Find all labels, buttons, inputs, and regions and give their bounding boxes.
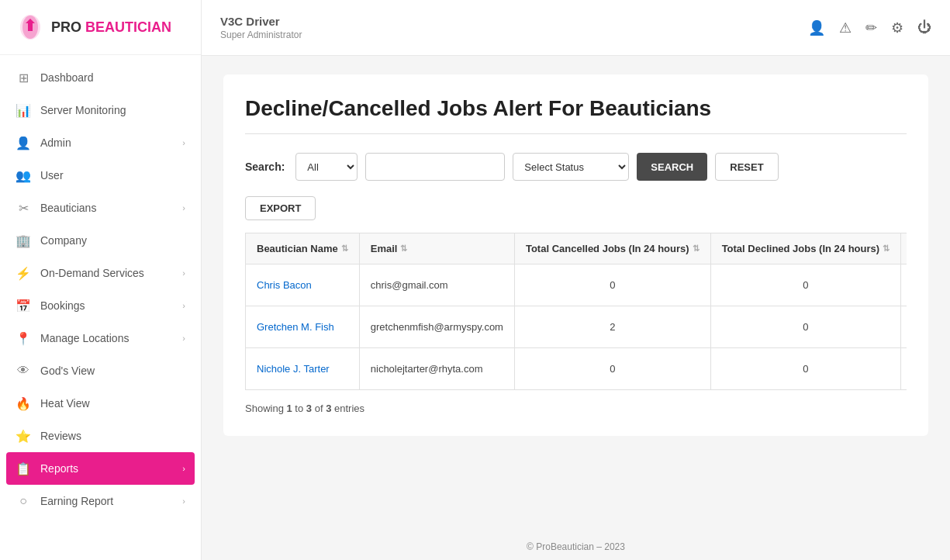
table-wrapper: Beautician Name ⇅ Email ⇅ xyxy=(245,233,907,390)
nav-label-bookings: Bookings xyxy=(40,299,182,312)
footer: © ProBeautician – 2023 xyxy=(202,534,950,560)
cell-tc24-0: 0 xyxy=(514,264,710,306)
table-header-row: Beautician Name ⇅ Email ⇅ xyxy=(246,233,907,264)
nav-label-server-monitoring: Server Monitoring xyxy=(40,104,185,116)
sidebar-item-manage-locations[interactable]: 📍 Manage Locations › xyxy=(0,322,201,354)
cell-tc24-2: 0 xyxy=(514,348,710,390)
user-icon[interactable]: 👤 xyxy=(808,19,825,36)
nav-icon-user: 👥 xyxy=(16,168,31,183)
nav-icon-beauticians: ✂ xyxy=(16,200,31,216)
nav-arrow-bookings: › xyxy=(182,301,185,310)
nav-label-dashboard: Dashboard xyxy=(40,71,185,84)
nav-label-company: Company xyxy=(40,234,185,247)
logo-icon xyxy=(16,12,45,42)
beautician-link-0[interactable]: Chris Bacon xyxy=(257,279,312,291)
cell-td24-1: 0 xyxy=(710,306,900,348)
search-type-select[interactable]: All Name Email xyxy=(295,153,358,181)
export-button[interactable]: EXPORT xyxy=(245,196,316,220)
nav-icon-earning-report: ○ xyxy=(16,493,31,509)
cell-email-2: nicholejtarter@rhyta.com xyxy=(359,348,514,390)
table-head: Beautician Name ⇅ Email ⇅ xyxy=(246,233,907,264)
nav-arrow-manage-locations: › xyxy=(182,334,185,343)
sidebar-item-admin[interactable]: 👤 Admin › xyxy=(0,126,201,159)
logo-text: PRO BEAUTICIAN xyxy=(51,19,171,36)
table-row: Chris Bacon chris@gmail.com 0 0 5 0 ✔ No… xyxy=(246,264,907,306)
sidebar-item-earning-report[interactable]: ○ Earning Report › xyxy=(0,485,201,517)
edit-icon[interactable]: ✏ xyxy=(865,19,877,36)
cell-td24-2: 0 xyxy=(710,348,900,390)
sidebar-item-beauticians[interactable]: ✂ Beauticians › xyxy=(0,192,201,224)
sidebar-item-user[interactable]: 👥 User xyxy=(0,159,201,192)
sidebar-item-reports[interactable]: 📋 Reports › xyxy=(6,452,195,485)
sort-icon-name: ⇅ xyxy=(341,244,348,254)
nav-label-admin: Admin xyxy=(40,137,182,149)
nav-arrow-earning-report: › xyxy=(182,496,185,506)
cell-email-0: chris@gmail.com xyxy=(359,264,514,306)
settings-icon[interactable]: ⚙ xyxy=(891,19,903,36)
sidebar-nav: ⊞ Dashboard 📊 Server Monitoring 👤 Admin … xyxy=(0,55,201,560)
sidebar-item-bookings[interactable]: 📅 Bookings › xyxy=(0,289,201,322)
sidebar-item-company[interactable]: 🏢 Company xyxy=(0,224,201,257)
nav-icon-manage-locations: 📍 xyxy=(16,330,31,346)
cell-tcn-1: 3 xyxy=(901,306,907,348)
col-total-cancelled-now: Total Cancelled Jobs (Till now) ⇅ xyxy=(901,233,907,264)
content: Decline/Cancelled Jobs Alert For Beautic… xyxy=(202,56,950,534)
pagination-info: Showing 1 to 3 of 3 entries xyxy=(245,403,907,414)
nav-label-beauticians: Beauticians xyxy=(40,202,182,214)
cell-name-2: Nichole J. Tarter xyxy=(246,348,360,390)
reset-button[interactable]: RESET xyxy=(715,153,778,181)
nav-icon-on-demand-services: ⚡ xyxy=(16,265,31,281)
power-icon[interactable]: ⏻ xyxy=(917,19,931,36)
search-input[interactable] xyxy=(365,153,505,181)
col-beautician-name: Beautician Name ⇅ xyxy=(246,233,360,264)
nav-icon-reviews: ⭐ xyxy=(16,428,31,444)
sidebar-item-reviews[interactable]: ⭐ Reviews xyxy=(0,420,201,452)
sidebar-item-heat-view[interactable]: 🔥 Heat View xyxy=(0,387,201,420)
nav-label-heat-view: Heat View xyxy=(40,397,185,410)
main-table: Beautician Name ⇅ Email ⇅ xyxy=(245,233,907,390)
sort-icon-tc24: ⇅ xyxy=(693,244,700,254)
logo: PRO BEAUTICIAN xyxy=(0,0,201,55)
cell-td24-0: 0 xyxy=(710,264,900,306)
nav-label-reports: Reports xyxy=(40,462,182,475)
cell-tcn-0: 5 xyxy=(901,264,907,306)
nav-arrow-beauticians: › xyxy=(182,203,185,213)
nav-icon-gods-view: 👁 xyxy=(16,363,31,379)
nav-icon-dashboard: ⊞ xyxy=(16,70,31,85)
search-label: Search: xyxy=(245,161,285,173)
sidebar: PRO BEAUTICIAN ⊞ Dashboard 📊 Server Moni… xyxy=(0,0,202,560)
nav-icon-bookings: 📅 xyxy=(16,298,31,313)
nav-arrow-on-demand-services: › xyxy=(182,268,185,278)
page-title: Decline/Cancelled Jobs Alert For Beautic… xyxy=(245,96,907,121)
beautician-link-2[interactable]: Nichole J. Tarter xyxy=(257,363,330,375)
nav-label-gods-view: God's View xyxy=(40,365,185,377)
sidebar-item-on-demand-services[interactable]: ⚡ On-Demand Services › xyxy=(0,257,201,289)
nav-label-earning-report: Earning Report xyxy=(40,495,182,507)
sidebar-item-gods-view[interactable]: 👁 God's View xyxy=(0,354,201,387)
nav-icon-heat-view: 🔥 xyxy=(16,396,31,411)
cell-name-0: Chris Bacon xyxy=(246,264,360,306)
content-card: Decline/Cancelled Jobs Alert For Beautic… xyxy=(223,74,928,436)
header-role: Super Administrator xyxy=(220,29,302,40)
col-total-cancelled-24: Total Cancelled Jobs (In 24 hours) ⇅ xyxy=(514,233,710,264)
alert-icon[interactable]: ⚠ xyxy=(839,19,852,36)
sidebar-item-dashboard[interactable]: ⊞ Dashboard xyxy=(0,61,201,94)
sort-icon-email: ⇅ xyxy=(400,244,407,254)
sidebar-item-server-monitoring[interactable]: 📊 Server Monitoring xyxy=(0,94,201,126)
beautician-link-1[interactable]: Gretchen M. Fish xyxy=(257,321,334,333)
table-row: Nichole J. Tarter nicholejtarter@rhyta.c… xyxy=(246,348,907,390)
nav-icon-admin: 👤 xyxy=(16,135,31,150)
search-bar: Search: All Name Email Select Status Blo… xyxy=(245,153,907,181)
header-user-info: V3C Driver Super Administrator xyxy=(220,15,302,40)
search-button[interactable]: SEARCH xyxy=(637,153,707,181)
title-divider xyxy=(245,133,907,134)
cell-email-1: gretchenmfish@armyspy.com xyxy=(359,306,514,348)
status-select[interactable]: Select Status Blocked Not Blocked xyxy=(513,153,629,181)
nav-icon-server-monitoring: 📊 xyxy=(16,102,31,118)
cell-tcn-2: 2 xyxy=(901,348,907,390)
nav-arrow-reports: › xyxy=(182,464,185,473)
nav-icon-reports: 📋 xyxy=(16,461,31,476)
header: V3C Driver Super Administrator 👤 ⚠ ✏ ⚙ ⏻ xyxy=(202,0,950,56)
header-icons: 👤 ⚠ ✏ ⚙ ⏻ xyxy=(808,19,931,36)
table-row: Gretchen M. Fish gretchenmfish@armyspy.c… xyxy=(246,306,907,348)
